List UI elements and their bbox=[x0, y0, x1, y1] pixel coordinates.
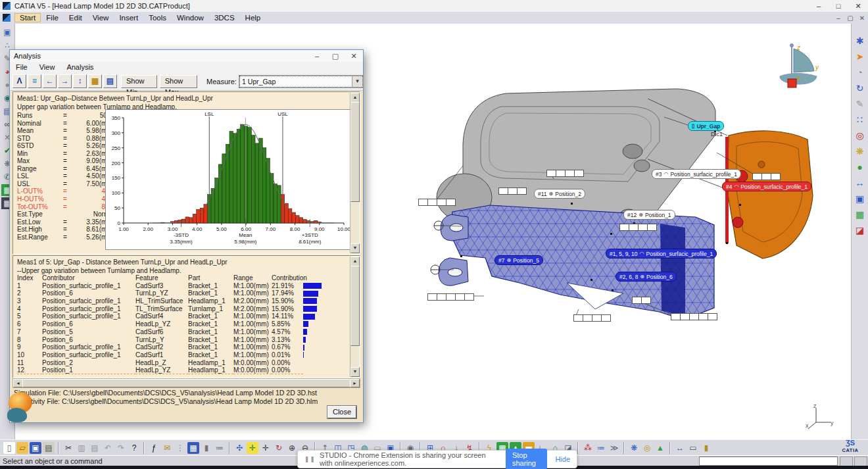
label-dic1[interactable]: Dic1 bbox=[708, 130, 726, 138]
pan-icon[interactable]: ✛ bbox=[260, 442, 272, 454]
report-icon[interactable]: ▤ bbox=[103, 74, 117, 88]
swap-visibility-icon[interactable]: ↻ bbox=[854, 82, 867, 95]
stop-sharing-button[interactable]: Stop sharing bbox=[506, 449, 547, 469]
dialog-menu-item-file[interactable]: File bbox=[10, 63, 34, 71]
knowledge-icon[interactable]: ⋮ bbox=[174, 442, 186, 454]
close-button[interactable]: Close bbox=[327, 406, 356, 418]
histogram-view-icon[interactable]: Λ bbox=[12, 74, 26, 88]
label-position-surfacic-profile-4[interactable]: #4◠Position_surfacic_profile_1 bbox=[722, 182, 811, 191]
menu-item-file[interactable]: File bbox=[41, 13, 64, 22]
label-position-2[interactable]: #11⊕Position_2 bbox=[534, 189, 585, 199]
status-button-2[interactable] bbox=[854, 457, 867, 466]
feature-flower-icon[interactable]: ❋ bbox=[854, 145, 867, 158]
view-compass[interactable]: z y x bbox=[772, 39, 825, 95]
new-document-icon[interactable]: ▯ bbox=[3, 442, 15, 454]
scroll-down-arrow[interactable]: ▼ bbox=[350, 367, 360, 377]
fly-mode-icon[interactable]: ✣ bbox=[233, 442, 245, 454]
comment-icon[interactable]: ✉ bbox=[161, 442, 173, 454]
label-position-surfacic-profile-3[interactable]: #3◠Position_surfacic_profile_1 bbox=[652, 169, 741, 179]
annotation-set-icon[interactable]: ▦ bbox=[854, 208, 867, 221]
section-icon[interactable]: ◪ bbox=[854, 224, 867, 237]
measure-item-icon[interactable]: ▣ bbox=[854, 192, 867, 205]
menu-item-insert[interactable]: Insert bbox=[114, 13, 143, 22]
measure-combobox[interactable]: 1 Upr_Gap ▾ bbox=[239, 76, 363, 87]
stats-vertical-scrollbar[interactable]: ▲ ▼ bbox=[350, 93, 359, 253]
open-folder-icon[interactable]: ▱ bbox=[16, 442, 28, 454]
menu-item-help[interactable]: Help bbox=[240, 13, 266, 22]
power-input-field[interactable] bbox=[699, 457, 838, 466]
table-row[interactable]: 4Position_surfacic_profile_1TL_TrimSurfa… bbox=[17, 305, 348, 313]
lock-icon[interactable]: ▮ bbox=[201, 442, 212, 454]
label-position-6[interactable]: #2, 6, 8⊕Position_6 bbox=[615, 272, 677, 282]
dcs-model-icon[interactable]: ⁂ bbox=[582, 442, 594, 454]
window-maximize-button[interactable]: □ bbox=[829, 2, 848, 11]
dialog-menu-item-view[interactable]: View bbox=[34, 63, 61, 71]
dialog-minimize-button[interactable]: – bbox=[308, 52, 326, 61]
table-row[interactable]: 3Position_surfacic_profile_1HL_TrimSurfa… bbox=[17, 297, 348, 305]
status-button-1[interactable] bbox=[840, 457, 853, 466]
menu-item-window[interactable]: Window bbox=[172, 13, 209, 22]
rotate-icon[interactable]: ↻ bbox=[273, 442, 285, 454]
workbench-cube-icon[interactable]: ▣ bbox=[1, 26, 13, 38]
scroll-down-arrow[interactable]: ▼ bbox=[350, 243, 360, 253]
table-row[interactable]: 11Position_2HeadLp_ZHeadlamp_1M:0.00(mm)… bbox=[17, 359, 348, 367]
tolerance-triangle-icon[interactable]: ▲ bbox=[654, 442, 666, 454]
table-row[interactable]: 10Position_surfacic_profile_1CadSurf1Bra… bbox=[17, 351, 348, 359]
fit-all-icon[interactable]: ✛ bbox=[247, 442, 258, 454]
table-row[interactable]: 2Position_6TurnLp_YZBracket_1M:1.00(mm)1… bbox=[17, 289, 348, 297]
table-row[interactable]: 6Position_6HeadLp_YZBracket_1M:1.00(mm)5… bbox=[17, 320, 348, 328]
table-row[interactable]: 9Position_surfacic_profile_1CadSurf2Brac… bbox=[17, 343, 348, 351]
sketch-tools-icon[interactable]: ✎ bbox=[854, 97, 867, 111]
print-icon[interactable]: ▤ bbox=[43, 442, 55, 454]
compass-target-icon[interactable]: ◎ bbox=[854, 129, 867, 142]
table-row[interactable]: 7Position_5CadSurf6Bracket_1M:1.00(mm)4.… bbox=[17, 328, 348, 336]
label-position-surfacic-profile-1-5-9-10[interactable]: #1, 5, 9, 10◠Position_surfacic_profile_1 bbox=[606, 249, 717, 259]
delayed-select-icon[interactable]: ◔ bbox=[854, 66, 867, 79]
menu-item-view[interactable]: View bbox=[87, 13, 114, 22]
document-restore-button[interactable]: ▢ bbox=[844, 14, 856, 22]
zoom-in-icon[interactable]: ⊕ bbox=[286, 442, 298, 454]
show-min-button[interactable]: Show Min bbox=[121, 75, 157, 88]
ruler-icon[interactable]: ↔ bbox=[674, 442, 686, 454]
dialog-menu-item-analysis[interactable]: Analysis bbox=[60, 63, 99, 71]
copy-icon[interactable]: ▥ bbox=[76, 442, 87, 454]
prev-measure-icon[interactable]: ← bbox=[43, 74, 57, 88]
sensitivity-view-icon[interactable]: ≡ bbox=[28, 74, 41, 88]
table-row[interactable]: 1Position_surfacic_profile_1CadSurf3Brac… bbox=[17, 282, 348, 290]
cut-icon[interactable]: ✂ bbox=[62, 442, 74, 454]
chevron-down-icon[interactable]: ▾ bbox=[352, 76, 362, 87]
next-measure-icon[interactable]: → bbox=[58, 74, 72, 88]
key-icon[interactable]: ▮ bbox=[700, 442, 712, 454]
label-position-1[interactable]: #12⊕Position_1 bbox=[623, 210, 675, 220]
label-position-5[interactable]: #7⊕Position_5 bbox=[494, 255, 543, 265]
measure-between-icon[interactable]: ↔ bbox=[854, 176, 867, 189]
mirror-gear-icon[interactable]: ❋ bbox=[628, 442, 640, 454]
table-row[interactable]: 5Position_surfacic_profile_1CadSurf4Brac… bbox=[17, 312, 348, 320]
structure-icon[interactable]: ≔ bbox=[214, 442, 226, 454]
monitor-icon[interactable]: ▭ bbox=[687, 442, 699, 454]
dcs-export-icon[interactable]: ≫ bbox=[608, 442, 620, 454]
sphere-pair-icon[interactable]: ● bbox=[854, 160, 867, 174]
menu-item-edit[interactable]: Edit bbox=[64, 13, 87, 22]
document-minimize-button[interactable]: – bbox=[832, 14, 844, 22]
hide-button[interactable]: Hide bbox=[555, 455, 570, 463]
export-data-icon[interactable]: ▦ bbox=[88, 74, 102, 88]
window-close-button[interactable]: ✕ bbox=[848, 2, 868, 11]
dcs-tree-icon[interactable]: ≔ bbox=[595, 442, 607, 454]
show-max-button[interactable]: Show Max bbox=[160, 75, 197, 88]
point-cloud-icon[interactable]: ∷ bbox=[854, 113, 867, 126]
calculator-icon[interactable]: ▦ bbox=[187, 442, 199, 454]
scroll-up-arrow[interactable]: ▲ bbox=[350, 93, 360, 103]
table-row[interactable]: 8Position_6TurnLp_YBracket_1M:1.00(mm)3.… bbox=[17, 336, 348, 344]
formula-icon[interactable]: ƒ bbox=[148, 442, 160, 454]
analyze-search-icon[interactable]: ◎ bbox=[641, 442, 653, 454]
whats-this-icon[interactable]: ? bbox=[128, 442, 140, 454]
molecule-icon[interactable]: ✱ bbox=[854, 34, 867, 47]
save-icon[interactable]: ▣ bbox=[30, 442, 41, 454]
scroll-left-arrow[interactable]: ◄ bbox=[13, 379, 23, 387]
menu-item-tools[interactable]: Tools bbox=[143, 13, 172, 22]
contribution-vertical-scrollbar[interactable]: ▲ ▼ bbox=[350, 257, 359, 377]
analysis-dialog-titlebar[interactable]: Analysis –▢✕ bbox=[10, 50, 363, 62]
select-arrow-icon[interactable]: ➤ bbox=[854, 50, 867, 63]
range-view-icon[interactable]: ↕ bbox=[73, 74, 87, 88]
